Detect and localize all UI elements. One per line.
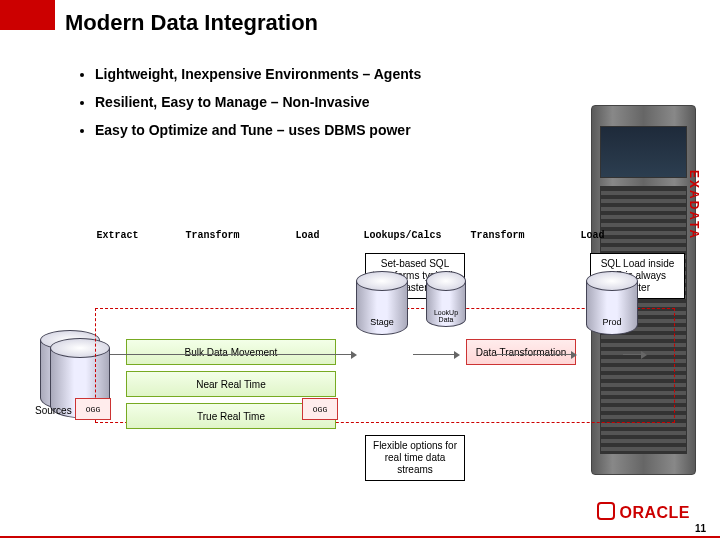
odi-band: ODI Bulk Data Movement Near Real Time Tr… xyxy=(95,308,675,423)
bullet-list: Lightweight, Inexpensive Environments – … xyxy=(75,60,575,144)
lookup-cylinder: LookUp Data xyxy=(426,271,466,327)
stage-labels-row: Extract Transform Load Lookups/Calcs Tra… xyxy=(70,230,640,241)
stage-cylinder: Stage xyxy=(356,271,408,335)
prod-cylinder: Prod xyxy=(586,271,638,335)
stage-cyl-label: Stage xyxy=(356,317,408,327)
ogg-box-right: OGG xyxy=(302,398,338,420)
stage-label-load: Load xyxy=(260,230,355,241)
arrow-prod-to-rack xyxy=(623,354,645,355)
bullet-item: Easy to Optimize and Tune – uses DBMS po… xyxy=(95,116,575,144)
prod-cyl-label: Prod xyxy=(586,317,638,327)
lookup-cyl-label: LookUp Data xyxy=(426,309,466,323)
arrow-lookup-to-prod xyxy=(495,354,575,355)
oracle-logo: ORACLE xyxy=(597,502,690,522)
stage-label-load2: Load xyxy=(545,230,640,241)
ogg-box-left: OGG xyxy=(75,398,111,420)
sources-label: Sources xyxy=(35,405,72,416)
arrow-sources-to-stage xyxy=(110,354,355,355)
stage-label-extract: Extract xyxy=(70,230,165,241)
exadata-label: EXADATA xyxy=(687,170,701,240)
bullet-item: Resilient, Easy to Manage – Non-Invasive xyxy=(95,88,575,116)
footer-accent-line xyxy=(0,536,720,538)
brand-accent-block xyxy=(0,0,55,30)
stage-label-transform2: Transform xyxy=(450,230,545,241)
bullet-item: Lightweight, Inexpensive Environments – … xyxy=(95,60,575,88)
stage-label-lookups: Lookups/Calcs xyxy=(355,230,450,241)
lane-data-transformation: Data Transformation xyxy=(466,339,576,365)
lane-near-real-time: Near Real Time xyxy=(126,371,336,397)
lane-bulk: Bulk Data Movement xyxy=(126,339,336,365)
callout-realtime: Flexible options for real time data stre… xyxy=(365,435,465,481)
page-number: 11 xyxy=(695,523,706,534)
arrow-stage-to-lookup xyxy=(413,354,458,355)
stage-label-transform: Transform xyxy=(165,230,260,241)
page-title: Modern Data Integration xyxy=(65,10,318,36)
